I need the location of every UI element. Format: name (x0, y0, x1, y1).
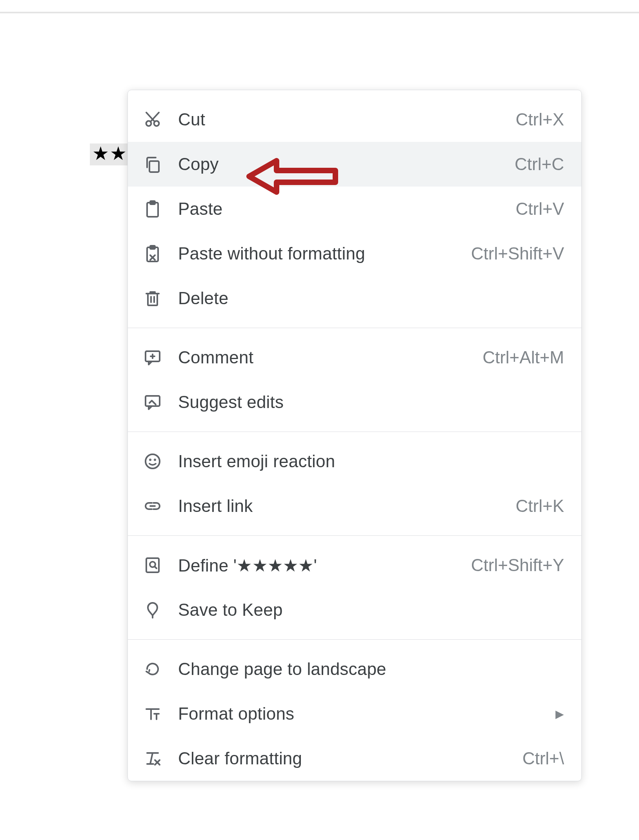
menu-item-suggest-edits[interactable]: Suggest edits (128, 380, 581, 425)
menu-item-cut[interactable]: CutCtrl+X (128, 97, 581, 142)
clear-format-icon (141, 747, 164, 770)
menu-item-label: Paste without formatting (178, 244, 462, 263)
menu-item-paste-without-formatting[interactable]: Paste without formattingCtrl+Shift+V (128, 231, 581, 276)
menu-item-format-options[interactable]: Format options▶ (128, 691, 581, 736)
menu-item-shortcut: Ctrl+Shift+Y (471, 555, 564, 575)
paste-plain-icon (141, 242, 164, 265)
menu-item-label: Paste (178, 199, 506, 219)
menu-divider (128, 328, 581, 328)
emoji-icon (141, 450, 164, 473)
selected-text[interactable]: ★★ (90, 143, 130, 165)
context-menu: CutCtrl+XCopyCtrl+CPasteCtrl+VPaste with… (127, 90, 582, 781)
menu-item-label: Delete (178, 288, 564, 308)
menu-item-clear-formatting[interactable]: Clear formattingCtrl+\ (128, 736, 581, 781)
link-icon (141, 495, 164, 517)
rotate-icon (141, 658, 164, 680)
menu-item-label: Clear formatting (178, 749, 513, 768)
menu-item-shortcut: Ctrl+Shift+V (471, 244, 564, 263)
menu-item-label: Change page to landscape (178, 659, 564, 679)
cut-icon (141, 108, 164, 131)
document-surface: ★★ CutCtrl+XCopyCtrl+CPasteCtrl+VPaste w… (0, 0, 639, 840)
menu-divider (128, 639, 581, 640)
menu-item-shortcut: Ctrl+K (516, 496, 564, 516)
menu-item-insert-emoji-reaction[interactable]: Insert emoji reaction (128, 439, 581, 484)
window-top-edge (0, 12, 639, 13)
format-icon (141, 702, 164, 725)
paste-icon (141, 198, 164, 220)
menu-item-delete[interactable]: Delete (128, 276, 581, 321)
suggest-icon (141, 391, 164, 414)
menu-item-paste[interactable]: PasteCtrl+V (128, 187, 581, 231)
menu-item-shortcut: Ctrl+Alt+M (482, 348, 564, 367)
menu-item-label: Define '★★★★★' (178, 555, 462, 575)
menu-item-change-page-to-landscape[interactable]: Change page to landscape (128, 647, 581, 691)
define-icon (141, 554, 164, 577)
menu-item-comment[interactable]: CommentCtrl+Alt+M (128, 335, 581, 380)
copy-icon (141, 153, 164, 176)
menu-item-label: Format options (178, 704, 546, 724)
menu-item-save-to-keep[interactable]: Save to Keep (128, 588, 581, 632)
menu-item-label: Suggest edits (178, 392, 564, 412)
menu-divider (128, 432, 581, 432)
submenu-arrow-icon: ▶ (555, 708, 564, 720)
menu-item-shortcut: Ctrl+V (516, 199, 564, 219)
trash-icon (141, 287, 164, 310)
menu-item-label: Cut (178, 110, 506, 129)
menu-item-label: Comment (178, 348, 473, 367)
menu-item-copy[interactable]: CopyCtrl+C (128, 142, 581, 187)
menu-item-label: Insert emoji reaction (178, 452, 564, 471)
menu-item-shortcut: Ctrl+\ (522, 749, 564, 768)
menu-item-label: Save to Keep (178, 600, 564, 620)
keep-icon (141, 599, 164, 621)
comment-icon (141, 346, 164, 369)
menu-item-define[interactable]: Define '★★★★★'Ctrl+Shift+Y (128, 543, 581, 588)
menu-item-label: Insert link (178, 496, 506, 516)
menu-divider (128, 535, 581, 536)
menu-item-insert-link[interactable]: Insert linkCtrl+K (128, 484, 581, 528)
menu-item-label: Copy (178, 154, 505, 174)
menu-item-shortcut: Ctrl+C (515, 154, 564, 174)
menu-item-shortcut: Ctrl+X (516, 110, 564, 129)
